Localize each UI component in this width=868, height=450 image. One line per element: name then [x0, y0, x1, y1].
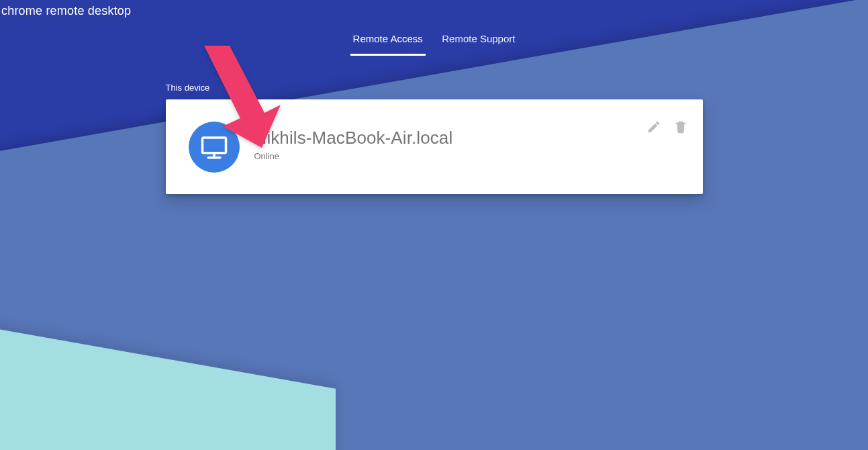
- card-actions: [646, 120, 688, 134]
- device-text: Nikhils-MacBook-Air.local Online: [254, 128, 646, 161]
- tabs: Remote Access Remote Support: [0, 18, 868, 56]
- section-label: This device: [166, 83, 703, 93]
- monitor-icon: [189, 122, 240, 173]
- app-title: chrome remote desktop: [0, 0, 868, 18]
- svg-rect-0: [202, 138, 226, 153]
- trash-icon[interactable]: [673, 120, 688, 134]
- pencil-icon[interactable]: [646, 120, 661, 134]
- device-name: Nikhils-MacBook-Air.local: [254, 128, 646, 148]
- device-card[interactable]: Nikhils-MacBook-Air.local Online: [166, 99, 703, 194]
- tab-remote-access[interactable]: Remote Access: [350, 33, 426, 56]
- device-status: Online: [254, 151, 646, 161]
- tab-remote-support[interactable]: Remote Support: [439, 33, 518, 56]
- this-device-section: This device Nikhils-MacBook-Air.local On…: [166, 83, 703, 194]
